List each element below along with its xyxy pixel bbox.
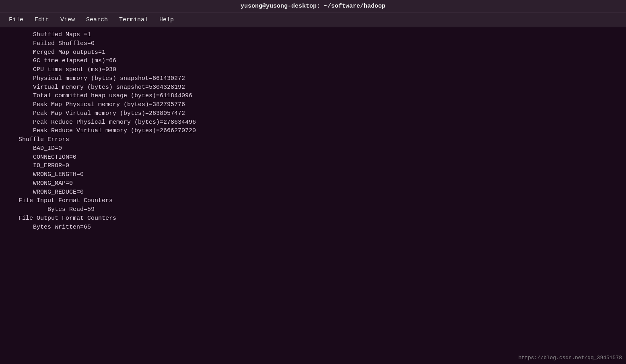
watermark: https://blog.csdn.net/qq_39451578 [519,355,622,361]
menu-item-file[interactable]: File [3,15,29,25]
menu-item-search[interactable]: Search [80,15,113,25]
menu-bar: FileEditViewSearchTerminalHelp [0,13,626,27]
menu-item-view[interactable]: View [55,15,80,25]
terminal-line: CONNECTION=0 [0,153,626,162]
terminal-content: Shuffled Maps =1 Failed Shuffles=0 Merge… [0,27,626,364]
terminal-line: Physical memory (bytes) snapshot=6614302… [0,74,626,83]
terminal-line: GC time elapsed (ms)=66 [0,57,626,65]
terminal-line: BAD_ID=0 [0,144,626,153]
terminal-line: Peak Map Virtual memory (bytes)=26380574… [0,109,626,118]
terminal-line: Bytes Read=59 [0,205,626,214]
terminal-line: Failed Shuffles=0 [0,39,626,48]
terminal-line: Shuffled Maps =1 [0,31,626,39]
menu-item-help[interactable]: Help [154,15,179,25]
terminal-line: Bytes Written=65 [0,223,626,232]
terminal-line: Merged Map outputs=1 [0,48,626,57]
terminal-line: WRONG_REDUCE=0 [0,188,626,197]
terminal-line: Virtual memory (bytes) snapshot=53043281… [0,83,626,92]
terminal-line: Peak Map Physical memory (bytes)=3827957… [0,100,626,109]
menu-item-edit[interactable]: Edit [29,15,55,25]
terminal-line: File Input Format Counters [0,196,626,205]
terminal-line: WRONG_MAP=0 [0,179,626,188]
terminal-line: IO_ERROR=0 [0,162,626,170]
terminal-line: Peak Reduce Virtual memory (bytes)=26662… [0,127,626,135]
terminal-line: Peak Reduce Physical memory (bytes)=2786… [0,118,626,127]
terminal-line: WRONG_LENGTH=0 [0,170,626,179]
terminal-line: Total committed heap usage (bytes)=61184… [0,92,626,100]
terminal-line: CPU time spent (ms)=930 [0,65,626,74]
terminal-line: Shuffle Errors [0,135,626,144]
title-bar-text: yusong@yusong-desktop: ~/software/hadoop [241,3,385,10]
title-bar: yusong@yusong-desktop: ~/software/hadoop [0,0,626,13]
terminal-line: File Output Format Counters [0,214,626,223]
menu-item-terminal[interactable]: Terminal [113,15,154,25]
